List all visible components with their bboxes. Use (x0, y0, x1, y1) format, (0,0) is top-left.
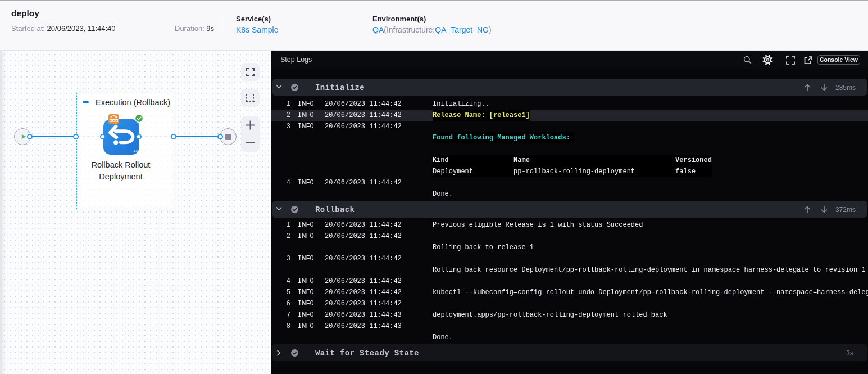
svg-text:</>: </> (133, 148, 139, 154)
